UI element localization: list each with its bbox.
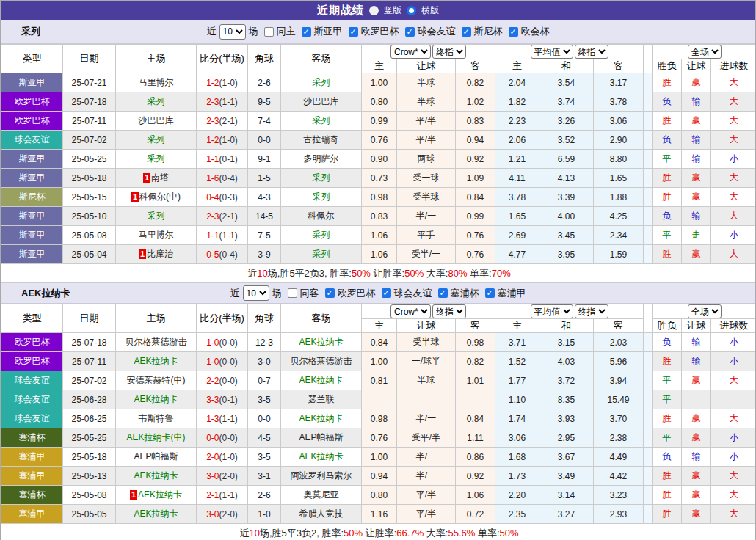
column-header-date: 日期: [63, 45, 116, 73]
result-cell: 输: [682, 352, 711, 371]
handicap-odds-cell: 0.80: [362, 92, 397, 112]
date-cell: 25-06-25: [63, 409, 116, 428]
vertical-layout-radio[interactable]: [369, 6, 379, 15]
handicap-odds-cell: 0.76: [362, 131, 397, 150]
away-team-name: 采列: [313, 77, 330, 87]
odds-time-select[interactable]: 终指: [432, 304, 466, 318]
same-venue-checkbox[interactable]: [264, 27, 274, 37]
league-checkbox[interactable]: ✓: [509, 27, 518, 37]
home-team-name: 安德莱赫特(中): [127, 375, 186, 385]
match-row: 斯亚甲25-05-08马里博尔1-1(1-1)7-5采列1.06平手0.762.…: [1, 226, 756, 245]
title-bar: 近期战绩 竖版 横版: [1, 1, 755, 20]
league-checkbox[interactable]: ✓: [302, 27, 311, 37]
fulltime-score: 0-4: [206, 192, 219, 202]
handicap-odds-cell: 0.92: [456, 467, 495, 486]
home-team-cell: 安德莱赫特(中): [116, 371, 197, 390]
average-odds-cell: 1.65: [594, 169, 644, 188]
bookmaker-select[interactable]: Crow*: [390, 45, 431, 59]
handicap-odds-cell: 0.76: [362, 428, 397, 448]
summary-text: 55.6%: [448, 528, 475, 539]
odds-time-select[interactable]: 终指: [432, 45, 466, 59]
corner-cell: 1-0: [248, 505, 281, 524]
away-team-name: 采列: [313, 191, 330, 202]
match-count-select[interactable]: 10: [219, 24, 246, 40]
result-cell: 输: [682, 448, 711, 467]
result-cell: 大: [711, 169, 756, 188]
average-time-select[interactable]: 终指: [575, 45, 608, 59]
handicap-odds-cell: 0.80: [362, 486, 397, 505]
fulltime-score: 1-1: [206, 154, 219, 164]
column-header-date: 日期: [63, 304, 116, 333]
league-filter-label: 欧罗巴杯: [338, 287, 376, 300]
fulltime-score: 2-3: [206, 97, 219, 107]
date-cell: 25-05-05: [63, 505, 116, 524]
match-count-select[interactable]: 10: [243, 285, 269, 301]
column-header-home: 主场: [116, 304, 197, 333]
average-time-select[interactable]: 终指: [575, 304, 608, 318]
column-header-away: 客场: [281, 45, 362, 73]
corner-cell: 4-5: [248, 428, 281, 448]
same-venue-checkbox[interactable]: [288, 288, 297, 298]
halftime-score: (0-0): [219, 376, 238, 386]
result-cell: 负: [653, 131, 682, 150]
fulltime-score: 1-0: [206, 357, 219, 367]
average-odds-cell: 3.74: [539, 92, 594, 112]
near-label: 近: [207, 25, 217, 38]
score-cell: 2-2(0-0): [197, 371, 248, 390]
result-cell: 小: [711, 428, 756, 448]
handicap-odds-cell: 0.99: [456, 207, 495, 226]
halftime-score: (0-4): [219, 249, 238, 260]
result-cell: 负: [653, 207, 682, 226]
away-team-name: 采列: [313, 115, 330, 125]
result-cell: 赢: [682, 371, 711, 390]
average-odds-cell: 2.03: [594, 333, 644, 352]
league-checkbox[interactable]: ✓: [325, 288, 335, 298]
league-checkbox[interactable]: ✓: [382, 288, 391, 298]
handicap-odds-cell: 0.86: [456, 448, 495, 467]
handicap-odds-cell: 受一球: [397, 169, 456, 188]
horizontal-layout-radio[interactable]: [407, 6, 416, 15]
fulltime-score: 1-2: [206, 78, 219, 88]
match-row: 球会友谊25-07-02安德莱赫特(中)2-2(0-0)0-7AEK拉纳卡0.8…: [1, 371, 756, 390]
average-odds-cell: 2.34: [594, 226, 644, 245]
average-odds-cell: 1.82: [495, 92, 539, 112]
league-type-badge: 斯亚甲: [1, 245, 63, 264]
home-team-cell: 采列: [116, 207, 197, 226]
bookmaker-select[interactable]: Crow*: [390, 304, 431, 318]
away-team-cell: 古拉瑞奇: [281, 131, 362, 150]
scope-select[interactable]: 全场: [688, 304, 722, 318]
halftime-score: (1-1): [219, 230, 238, 241]
scope-select[interactable]: 全场: [688, 45, 722, 59]
average-odds-cell: 3.78: [594, 92, 644, 112]
red-card-badge: 1: [130, 490, 137, 500]
away-team-name: AEK拉纳卡: [299, 451, 343, 461]
summary-text: 50%: [344, 528, 363, 539]
away-team-name: 希腊人竞技: [299, 508, 344, 519]
average-odds-cell: 2.38: [594, 428, 644, 448]
score-cell: 2-3(2-1): [197, 207, 248, 226]
league-checkbox[interactable]: ✓: [349, 27, 358, 37]
average-odds-cell: 3.06: [594, 112, 644, 131]
result-cell: 输: [682, 207, 711, 226]
handicap-odds-cell: 半球: [397, 371, 456, 390]
league-checkbox[interactable]: ✓: [462, 27, 471, 37]
result-cell: 平: [653, 390, 682, 409]
average-odds-cell: 1.59: [594, 245, 644, 264]
team-section: AEK拉纳卡近10场同客✓欧罗巴杯✓球会友谊✓塞浦杯✓塞浦甲类型日期主场比分(半…: [1, 283, 755, 540]
league-checkbox[interactable]: ✓: [485, 288, 495, 298]
result-cell: 小: [711, 448, 756, 467]
league-type-badge: 球会友谊: [1, 409, 63, 428]
handicap-odds-cell: 平/半: [397, 505, 456, 524]
league-checkbox[interactable]: ✓: [438, 288, 448, 298]
sub-header: 让球: [682, 59, 711, 73]
home-team-name: AEP帕福斯: [134, 451, 178, 461]
sub-header: 主: [362, 319, 397, 333]
halftime-score: (0-1): [219, 395, 238, 405]
average-odds-cell: 4.25: [594, 207, 644, 226]
result-cell: 输: [682, 92, 711, 112]
league-checkbox[interactable]: ✓: [405, 27, 415, 37]
date-cell: 25-07-02: [63, 371, 116, 390]
average-source-select[interactable]: 平均值: [531, 304, 573, 318]
average-source-select[interactable]: 平均值: [531, 45, 573, 59]
handicap-odds-cell: [362, 390, 397, 409]
